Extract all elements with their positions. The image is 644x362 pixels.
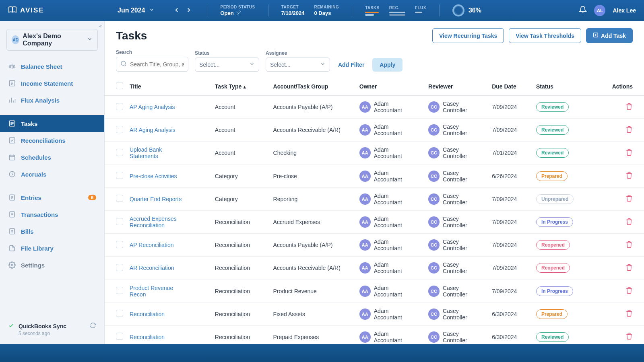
status-select[interactable]: Select... (195, 58, 259, 72)
bell-icon[interactable] (579, 6, 587, 15)
delete-button[interactable] (625, 197, 633, 203)
reviewer-name: CaseyController (443, 285, 467, 298)
sidebar-item-balance-sheet[interactable]: Balance Sheet (0, 58, 104, 75)
owner-avatar: AA (359, 309, 371, 320)
col-status[interactable]: Status (533, 77, 594, 96)
delete-button[interactable] (625, 128, 633, 134)
apply-button[interactable]: Apply (372, 58, 402, 72)
delete-button[interactable] (625, 105, 633, 111)
row-checkbox[interactable] (116, 195, 123, 202)
sidebar-item-accruals[interactable]: Accruals (0, 166, 104, 183)
period-prev-button[interactable] (171, 5, 182, 16)
sidebar-item-settings[interactable]: Settings (0, 257, 104, 274)
task-group: Product Revenue (270, 280, 356, 302)
search-input[interactable] (130, 61, 184, 68)
delete-button[interactable] (625, 151, 633, 157)
delete-button[interactable] (625, 174, 633, 180)
remaining-label: REMAINING (314, 5, 339, 9)
col-owner[interactable]: Owner (356, 77, 425, 96)
owner-name: AdamAccountant (374, 239, 402, 251)
sidebar-item-schedules[interactable]: Schedules (0, 149, 104, 166)
company-selector[interactable]: AD Alex's Demo Company (6, 29, 98, 51)
sync-sub: 5 seconds ago (19, 331, 96, 336)
view-thresholds-button[interactable]: View Task Thresholds (509, 28, 581, 43)
rec-progress: REC. (389, 6, 405, 16)
sidebar-item-reconciliations[interactable]: Reconciliations (0, 132, 104, 149)
delete-button[interactable] (625, 266, 633, 272)
file-library-icon (8, 245, 16, 252)
settings-icon (8, 261, 16, 269)
row-checkbox[interactable] (116, 310, 123, 317)
col-due[interactable]: Due Date (489, 77, 533, 96)
view-recurring-button[interactable]: View Recurring Tasks (432, 28, 504, 43)
sidebar-item-income-statement[interactable]: Income Statement (0, 75, 104, 92)
owner-name: AdamAccountant (374, 101, 402, 113)
owner-name: AdamAccountant (374, 261, 402, 274)
due-date: 7/09/2024 (489, 234, 533, 257)
task-title-link[interactable]: Accrued Expenses Reconciliation (130, 216, 184, 228)
task-title-link[interactable]: Quarter End Reports (130, 196, 182, 202)
status-badge: Unprepared (536, 194, 574, 204)
balance-sheet-icon (8, 63, 16, 70)
add-filter-button[interactable]: Add Filter (336, 58, 366, 72)
assignee-select[interactable]: Select... (266, 58, 330, 72)
income-statement-icon (8, 80, 16, 87)
entries-count-badge: 6 (88, 195, 96, 200)
col-account[interactable]: Account/Task Group (270, 77, 356, 96)
row-checkbox[interactable] (116, 126, 123, 133)
sidebar-item-bills[interactable]: Bills (0, 223, 104, 240)
svg-point-8 (11, 264, 13, 266)
delete-button[interactable] (625, 243, 633, 249)
reviewer-name: CaseyController (443, 239, 467, 251)
task-title-link[interactable]: Upload Bank Statements (130, 146, 184, 159)
add-task-button[interactable]: Add Task (586, 28, 633, 43)
task-title-link[interactable]: Reconciliation (130, 334, 165, 340)
sidebar-item-transactions[interactable]: Transactions (0, 206, 104, 223)
target-label: TARGET (281, 5, 305, 9)
select-all-checkbox[interactable] (116, 82, 123, 89)
task-title-link[interactable]: Product Revenue Recon (130, 285, 184, 298)
user-avatar[interactable]: AL (594, 5, 605, 16)
task-title-link[interactable]: AR Aging Analysis (130, 127, 175, 133)
sidebar-item-label: Reconciliations (21, 137, 66, 144)
task-title-link[interactable]: AP Aging Analysis (130, 104, 175, 110)
period-selector[interactable]: Jun 2024 (118, 7, 155, 14)
reviewer: CCCaseyController (428, 146, 485, 159)
row-checkbox[interactable] (116, 241, 123, 248)
task-title-link[interactable]: Reconciliation (130, 311, 165, 317)
row-checkbox[interactable] (116, 287, 123, 294)
task-title-link[interactable]: Pre-close Activities (130, 173, 177, 179)
period-label: Jun 2024 (118, 7, 145, 14)
flux-progress: FLUX (415, 6, 426, 16)
collapse-icon[interactable]: « (99, 23, 102, 29)
sidebar-item-file-library[interactable]: File Library (0, 240, 104, 257)
period-next-button[interactable] (184, 5, 194, 16)
col-task-type[interactable]: Task Type▲ (212, 77, 270, 96)
delete-button[interactable] (625, 289, 633, 295)
row-checkbox[interactable] (116, 172, 123, 179)
period-status-block: PERIOD STATUS Open (220, 5, 255, 16)
task-title-link[interactable]: AR Reconciliation (130, 265, 174, 271)
sidebar-item-label: Schedules (21, 154, 51, 161)
task-title-link[interactable]: AP Reconciliation (130, 242, 173, 248)
status-badge: Reviewed (536, 148, 569, 158)
reviewer-avatar: CC (428, 193, 440, 205)
pencil-icon[interactable] (236, 10, 241, 16)
row-checkbox[interactable] (116, 103, 123, 110)
delete-button[interactable] (625, 335, 633, 341)
row-checkbox[interactable] (116, 149, 123, 156)
delete-button[interactable] (625, 312, 633, 318)
sidebar-item-entries[interactable]: Entries 6 (0, 189, 104, 206)
refresh-icon[interactable] (90, 322, 96, 330)
row-checkbox[interactable] (116, 218, 123, 225)
reviewer-name: CaseyController (443, 123, 467, 136)
col-reviewer[interactable]: Reviewer (425, 77, 489, 96)
row-checkbox[interactable] (116, 333, 123, 340)
delete-button[interactable] (625, 220, 633, 226)
row-checkbox[interactable] (116, 264, 123, 271)
status-badge: Reopened (536, 263, 570, 273)
col-title[interactable]: Title (126, 77, 212, 96)
sidebar-item-flux-analysis[interactable]: Flux Analysis (0, 92, 104, 109)
sidebar-item-tasks[interactable]: Tasks (0, 115, 104, 132)
target-value: 7/10/2024 (281, 10, 305, 16)
